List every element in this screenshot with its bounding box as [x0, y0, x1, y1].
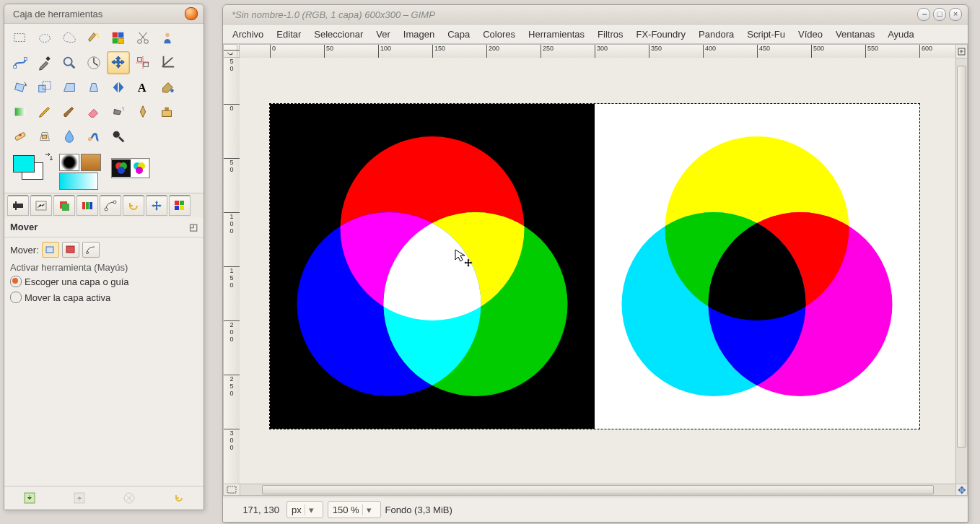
free-select-tool[interactable] — [58, 27, 81, 50]
menu-vídeo[interactable]: Vídeo — [792, 26, 829, 43]
swap-colors-icon[interactable] — [43, 152, 53, 162]
image-titlebar[interactable]: *Sin nombre-1.0 (RGB, 1 capa) 600x300 – … — [223, 5, 968, 25]
menu-pandora[interactable]: Pandora — [692, 26, 740, 43]
active-brush[interactable] — [59, 154, 79, 171]
channels-tab[interactable] — [76, 195, 98, 216]
menu-ayuda[interactable]: Ayuda — [881, 26, 921, 43]
menu-imagen[interactable]: Imagen — [397, 26, 441, 43]
align-tool[interactable] — [131, 51, 154, 74]
menu-archivo[interactable]: Archivo — [226, 26, 270, 43]
unit-selector[interactable]: px▾ — [286, 501, 323, 518]
foreground-select-tool[interactable] — [156, 27, 179, 50]
colors-tab[interactable] — [169, 195, 191, 216]
scissors-tool[interactable] — [131, 27, 154, 50]
layers-tab[interactable] — [53, 195, 75, 216]
undo-history-tab[interactable] — [123, 195, 144, 216]
perspective-clone-tool[interactable] — [33, 125, 56, 148]
ink-tool[interactable] — [131, 100, 154, 123]
ellipse-select-tool[interactable] — [33, 27, 56, 50]
move-mode-layer[interactable] — [42, 242, 59, 258]
restore-options-icon[interactable] — [71, 490, 87, 506]
navigation-preview-icon[interactable]: ✥ — [955, 484, 968, 496]
horizontal-ruler[interactable]: 050100150200250300350400450500550600 — [239, 44, 956, 58]
ruler-tick: 150 — [432, 45, 445, 58]
fg-color-swatch[interactable] — [13, 155, 35, 173]
active-pattern[interactable] — [81, 154, 101, 171]
menu-ventanas[interactable]: Ventanas — [829, 26, 881, 43]
scale-tool[interactable] — [33, 76, 56, 99]
perspective-tool[interactable] — [82, 76, 105, 99]
heal-tool[interactable] — [9, 125, 32, 148]
dodge-tool[interactable] — [107, 125, 130, 148]
move-mode-label: Mover: — [10, 245, 39, 256]
fg-bg-colors[interactable] — [13, 155, 49, 184]
rect-select-tool[interactable] — [9, 27, 32, 50]
blend-tool[interactable] — [9, 100, 32, 123]
navigation-tab[interactable] — [146, 195, 167, 216]
bucket-fill-tool[interactable] — [156, 76, 179, 99]
zoom-tool[interactable] — [58, 51, 81, 74]
zoom-fit-icon[interactable] — [955, 44, 968, 58]
reset-options-icon[interactable] — [171, 490, 187, 506]
toolbox-titlebar[interactable]: Caja de herramientas — [4, 4, 204, 24]
canvas-viewport[interactable] — [240, 58, 956, 484]
ruler-tick: 250 — [224, 375, 240, 397]
move-tool[interactable] — [107, 51, 130, 74]
scrollbar-thumb[interactable] — [957, 66, 966, 447]
zoom-selector[interactable]: 150 %▾ — [328, 501, 381, 518]
svg-rect-79 — [227, 486, 236, 493]
svg-rect-4 — [113, 32, 118, 38]
svg-rect-44 — [86, 202, 89, 209]
svg-point-8 — [138, 40, 142, 44]
scrollbar-thumb[interactable] — [262, 485, 934, 494]
blur-tool[interactable] — [58, 125, 81, 148]
paintbrush-tool[interactable] — [58, 100, 81, 123]
menu-herramientas[interactable]: Herramientas — [522, 26, 591, 43]
image-title: *Sin nombre-1.0 (RGB, 1 capa) 600x300 – … — [229, 9, 914, 20]
active-image-indicator[interactable] — [111, 158, 150, 178]
tool-options-tab[interactable] — [7, 195, 29, 216]
save-options-icon[interactable] — [22, 490, 38, 506]
menu-capa[interactable]: Capa — [441, 26, 476, 43]
menu-ver[interactable]: Ver — [369, 26, 397, 43]
active-gradient[interactable] — [59, 173, 98, 190]
close-icon[interactable] — [185, 7, 198, 20]
menu-fx-foundry[interactable]: FX-Foundry — [629, 26, 692, 43]
vertical-ruler[interactable]: -50050100150200250300 — [223, 57, 240, 484]
move-mode-path[interactable] — [82, 242, 100, 258]
clone-tool[interactable] — [156, 100, 179, 123]
radio-move-active[interactable]: Mover la capa activa — [10, 292, 198, 303]
vertical-scrollbar[interactable] — [955, 58, 968, 484]
flip-tool[interactable] — [107, 76, 130, 99]
paths-tab[interactable] — [100, 195, 121, 216]
eraser-tool[interactable] — [82, 100, 105, 123]
airbrush-tool[interactable] — [107, 100, 130, 123]
shear-tool[interactable] — [58, 76, 81, 99]
fuzzy-select-tool[interactable] — [82, 27, 105, 50]
measure-tool[interactable] — [82, 51, 105, 74]
delete-options-icon[interactable] — [121, 490, 137, 506]
by-color-select-tool[interactable] — [107, 27, 130, 50]
menu-colores[interactable]: Colores — [476, 26, 522, 43]
smudge-tool[interactable] — [82, 125, 105, 148]
menu-seleccionar[interactable]: Seleccionar — [307, 26, 369, 43]
radio-pick-layer[interactable]: Escoger una capa o guía — [10, 276, 198, 287]
menu-script-fu[interactable]: Script-Fu — [740, 26, 792, 43]
crop-tool[interactable] — [156, 51, 179, 74]
minimize-icon[interactable]: ‒ — [917, 8, 930, 21]
move-mode-selection[interactable] — [62, 242, 79, 258]
maximize-icon[interactable]: □ — [933, 8, 946, 21]
horizontal-scrollbar[interactable] — [240, 484, 956, 496]
paths-tool[interactable] — [9, 51, 32, 74]
close-icon[interactable]: × — [949, 8, 962, 21]
detach-icon[interactable]: ◰ — [189, 222, 198, 232]
quick-mask-toggle[interactable] — [223, 484, 240, 496]
rotate-tool[interactable] — [9, 76, 32, 99]
device-status-tab[interactable] — [30, 195, 52, 216]
pencil-tool[interactable] — [33, 100, 56, 123]
color-picker-tool[interactable] — [33, 51, 56, 74]
menu-filtros[interactable]: Filtros — [591, 26, 629, 43]
text-tool[interactable]: A — [131, 76, 154, 99]
menu-editar[interactable]: Editar — [270, 26, 307, 43]
canvas[interactable] — [270, 104, 919, 429]
